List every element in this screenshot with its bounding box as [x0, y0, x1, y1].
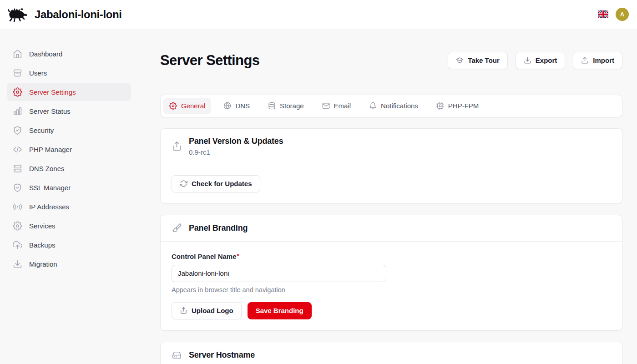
gear-icon	[169, 102, 177, 110]
download-icon	[524, 56, 531, 64]
sidebar-item-label: SSL Manager	[29, 184, 71, 192]
sidebar-item-label: IP Addresses	[29, 203, 69, 211]
tab-storage[interactable]: Storage	[262, 98, 310, 114]
page-title: Server Settings	[160, 51, 259, 71]
sidebar-item-label: Users	[29, 69, 47, 77]
sidebar-item-security[interactable]: Security	[7, 121, 131, 139]
user-avatar[interactable]: A	[616, 8, 629, 21]
tab-general[interactable]: General	[163, 98, 211, 114]
sidebar-item-server-settings[interactable]: Server Settings	[7, 83, 131, 101]
download-icon	[13, 259, 22, 269]
bar-chart-icon	[13, 106, 22, 116]
cpu-icon	[436, 102, 444, 110]
upload-icon	[581, 56, 589, 64]
graduation-cap-icon	[456, 56, 464, 64]
app-title: Jabaloni-loni-loni	[35, 8, 121, 21]
card-title: Server Hostname	[189, 350, 255, 360]
shield-check-icon	[13, 126, 22, 135]
sidebar-item-server-status[interactable]: Server Status	[7, 102, 131, 120]
sidebar-item-label: Services	[29, 222, 56, 230]
required-asterisk: *	[237, 253, 239, 259]
take-tour-button[interactable]: Take Tour	[448, 52, 507, 69]
mail-icon	[322, 102, 330, 110]
gear-icon	[13, 221, 22, 231]
sidebar-item-php-manager[interactable]: PHP Manager	[7, 140, 131, 158]
sidebar-item-migration[interactable]: Migration	[7, 255, 131, 273]
top-bar: Jabaloni-loni-loni A	[0, 0, 637, 29]
sidebar-item-label: PHP Manager	[29, 146, 72, 153]
sidebar-item-label: Security	[29, 126, 54, 134]
home-icon	[13, 49, 22, 59]
brand: Jabaloni-loni-loni	[6, 5, 121, 24]
cloud-upload-icon	[13, 240, 22, 250]
tab-php-fpm[interactable]: PHP-FPM	[430, 98, 485, 114]
page-actions: Take Tour Export Import	[448, 52, 622, 69]
export-button[interactable]: Export	[516, 52, 566, 69]
sidebar-item-label: Dashboard	[29, 50, 62, 58]
share-icon	[172, 141, 182, 152]
sidebar-item-dns-zones[interactable]: DNS Zones	[7, 159, 131, 177]
sidebar-item-label: DNS Zones	[29, 165, 65, 172]
control-panel-name-input[interactable]	[172, 265, 386, 282]
bell-icon	[369, 102, 377, 110]
shield-check-icon	[13, 183, 22, 192]
gear-icon	[13, 87, 22, 97]
control-panel-name-label: Control Panel Name*	[172, 253, 239, 260]
archive-box-icon	[13, 68, 22, 78]
panel-version-card: Panel Version & Updates 0.9-rc1 Check fo…	[160, 128, 622, 204]
sidebar-item-services[interactable]: Services	[7, 217, 131, 235]
sidebar-item-label: Backups	[29, 241, 56, 249]
import-button[interactable]: Import	[573, 52, 622, 69]
refresh-icon	[180, 180, 187, 187]
panel-version-value: 0.9-rc1	[189, 148, 283, 156]
sidebar-item-users[interactable]: Users	[7, 64, 131, 82]
tab-dns[interactable]: DNS	[217, 98, 256, 114]
main-content: Server Settings Take Tour Export Import	[138, 29, 637, 364]
server-stack-icon	[13, 164, 22, 173]
hard-drive-icon	[172, 350, 182, 360]
panel-branding-card: Panel Branding Control Panel Name* Appea…	[160, 215, 622, 331]
sidebar-item-label: Server Settings	[29, 88, 76, 96]
sidebar-item-backups[interactable]: Backups	[7, 236, 131, 254]
code-icon	[13, 145, 22, 154]
database-icon	[268, 102, 276, 110]
tab-notifications[interactable]: Notifications	[363, 98, 424, 114]
sidebar-item-label: Server Status	[29, 107, 71, 115]
tab-email[interactable]: Email	[316, 98, 357, 114]
settings-tabs: General DNS Storage Email Notifications …	[160, 95, 622, 117]
sidebar-item-ssl-manager[interactable]: SSL Manager	[7, 178, 131, 197]
upload-logo-button[interactable]: Upload Logo	[172, 302, 242, 319]
boar-logo-icon	[6, 5, 29, 24]
globe-icon	[223, 102, 231, 110]
broadcast-icon	[13, 202, 22, 212]
sidebar-item-label: Migration	[29, 260, 57, 268]
sidebar-item-dashboard[interactable]: Dashboard	[7, 45, 131, 63]
check-for-updates-button[interactable]: Check for Updates	[172, 175, 260, 192]
card-title: Panel Branding	[189, 223, 248, 233]
top-bar-right: A	[598, 8, 629, 21]
field-helper-text: Appears in browser title and navigation	[172, 286, 611, 293]
sidebar-item-ip-addresses[interactable]: IP Addresses	[7, 197, 131, 216]
uk-flag-icon[interactable]	[598, 10, 608, 18]
card-title: Panel Version & Updates	[189, 136, 283, 146]
sidebar: Dashboard Users Server Settings Server S…	[0, 29, 138, 364]
save-branding-button[interactable]: Save Branding	[248, 302, 312, 319]
server-hostname-card: Server Hostname Hostname*	[160, 342, 622, 364]
upload-icon	[180, 307, 187, 314]
paintbrush-icon	[172, 223, 182, 233]
